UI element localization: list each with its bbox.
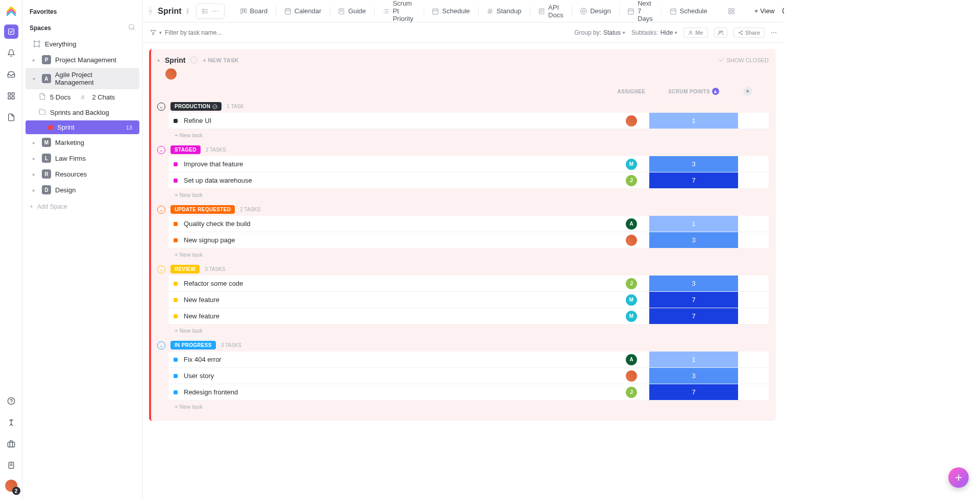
task-row[interactable]: Quality check the build A 1 (168, 216, 769, 232)
show-closed-button[interactable]: SHOW CLOSED (718, 57, 769, 63)
tab-options-icon[interactable]: ⋯ (212, 7, 219, 15)
subtasks-control[interactable]: Subtasks: Hide ▾ (631, 29, 677, 36)
info-icon[interactable]: i (190, 57, 198, 64)
task-row[interactable]: Redesign frontend J 7 (168, 384, 769, 401)
task-status-icon[interactable] (174, 374, 178, 378)
task-status-icon[interactable] (174, 390, 178, 394)
scrum-points-cell[interactable]: 7 (649, 172, 738, 188)
task-status-icon[interactable] (174, 298, 178, 302)
task-row[interactable]: Refactor some code J 3 (168, 276, 769, 292)
tab-grid[interactable] (723, 5, 740, 18)
status-pill[interactable]: STAGED (170, 145, 201, 154)
sidebar-list-sprint[interactable]: Sprint13 (26, 120, 139, 134)
clipboard-icon[interactable] (4, 458, 18, 472)
more-options-icon[interactable]: ⋯ (771, 29, 777, 36)
filter-control[interactable]: ▾ (150, 29, 257, 36)
task-row[interactable]: New feature M 7 (168, 308, 769, 325)
scrum-points-cell[interactable]: 3 (649, 232, 738, 248)
add-task-button[interactable]: + New task (157, 248, 769, 259)
tab-next-7-days[interactable]: Next 7 Days (622, 0, 658, 26)
filter-input[interactable] (165, 29, 257, 36)
list-owner-avatar[interactable] (165, 68, 177, 80)
docs-icon[interactable] (4, 110, 18, 124)
scrum-points-cell[interactable]: 7 (649, 292, 738, 308)
me-filter-button[interactable]: Me (683, 28, 707, 38)
new-task-button[interactable]: + NEW TASK (203, 57, 238, 63)
collapse-group-icon[interactable]: ⌄ (157, 341, 165, 350)
task-status-icon[interactable] (174, 314, 178, 318)
tab-board[interactable]: Board (235, 4, 273, 18)
assignee-avatar[interactable]: J (626, 278, 637, 289)
content-scroll[interactable]: ▾ Sprint i + NEW TASK SHOW CLOSED ASSIGN… (143, 43, 784, 499)
chevron-right-icon[interactable]: ▸ (33, 187, 38, 193)
dashboards-icon[interactable] (4, 89, 18, 103)
user-avatar[interactable]: 2 (5, 480, 17, 492)
task-status-icon[interactable] (174, 222, 178, 226)
column-assignee[interactable]: ASSIGNEE (614, 89, 649, 94)
assignee-avatar[interactable]: J (626, 387, 637, 398)
notifications-icon[interactable] (4, 46, 18, 60)
quick-create-fab[interactable]: + (948, 467, 969, 488)
collapse-group-icon[interactable]: ⌄ (157, 103, 165, 111)
column-scrum-points[interactable]: SCRUM POINTS ▲ (649, 88, 738, 95)
everything-nav[interactable]: Everything (26, 37, 139, 51)
task-status-icon[interactable] (174, 179, 178, 183)
task-row[interactable]: New signup page 3 (168, 232, 769, 248)
task-status-icon[interactable] (174, 358, 178, 362)
home-icon[interactable] (4, 24, 18, 39)
sidebar-space[interactable]: ▾ A Agile Project Management (26, 68, 139, 89)
assignee-avatar[interactable] (626, 115, 637, 127)
assignee-avatar[interactable]: J (626, 175, 637, 186)
sidebar-docs[interactable]: 5 Docs #2 Chats (26, 90, 139, 105)
scrum-points-cell[interactable]: 7 (649, 308, 738, 324)
sidebar-folder[interactable]: Sprints and Backlog (26, 105, 139, 120)
collapse-list-icon[interactable]: ▾ (157, 58, 160, 63)
add-space-button[interactable]: + Add Space (22, 198, 142, 215)
tab-design[interactable]: Design (575, 4, 616, 18)
task-row[interactable]: Set up data warehouse J 7 (168, 172, 769, 189)
sidebar-space[interactable]: ▸ R Resources (26, 166, 139, 182)
scrum-points-cell[interactable]: 3 (649, 276, 738, 291)
task-row[interactable]: Refine UI 1 (168, 113, 769, 129)
collapse-group-icon[interactable]: ⌄ (157, 146, 165, 154)
chevron-right-icon[interactable]: ▸ (33, 156, 38, 161)
task-status-icon[interactable] (174, 119, 178, 123)
chevron-right-icon[interactable]: ▸ (33, 140, 38, 145)
collapse-group-icon[interactable]: ⌄ (157, 206, 165, 214)
favorites-header[interactable]: Favorites (22, 4, 142, 19)
tab-schedule[interactable]: Schedule (665, 4, 713, 18)
add-view-button[interactable]: + View (750, 5, 779, 17)
assignee-avatar[interactable]: A (626, 218, 637, 230)
task-row[interactable]: New feature M 7 (168, 292, 769, 308)
search-icon[interactable] (781, 6, 784, 16)
task-row[interactable]: User story 3 (168, 368, 769, 384)
status-pill[interactable]: IN PROGRESS (170, 341, 216, 350)
task-row[interactable]: Fix 404 error A 1 (168, 352, 769, 368)
task-row[interactable]: Improve that feature M 3 (168, 156, 769, 172)
tab-list[interactable]: ⋯ (196, 4, 225, 19)
status-pill[interactable]: REVIEW (170, 265, 200, 273)
task-status-icon[interactable] (174, 162, 178, 166)
task-status-icon[interactable] (174, 282, 178, 286)
scrum-points-cell[interactable]: 1 (649, 216, 738, 232)
share-button[interactable]: Share (733, 28, 765, 38)
scrum-points-cell[interactable]: 3 (649, 368, 738, 384)
apps-icon[interactable] (4, 437, 18, 451)
scrum-points-cell[interactable]: 7 (649, 384, 738, 400)
goals-icon[interactable] (4, 415, 18, 430)
sidebar-space[interactable]: ▸ P Project Management (26, 52, 139, 67)
tab-standup[interactable]: Standup (481, 4, 526, 18)
inbox-icon[interactable] (4, 67, 18, 82)
assignee-avatar[interactable]: M (626, 294, 637, 306)
assignees-filter-button[interactable] (714, 28, 727, 38)
sidebar-space[interactable]: ▸ M Marketing (26, 135, 139, 150)
chevron-right-icon[interactable]: ▸ (33, 171, 38, 177)
scrum-points-cell[interactable]: 1 (649, 113, 738, 129)
help-icon[interactable] (4, 394, 18, 408)
add-task-button[interactable]: + New task (157, 325, 769, 335)
status-pill[interactable]: UPDATE REQUESTED (170, 205, 235, 214)
tab-guide[interactable]: Guide (333, 4, 371, 18)
chevron-right-icon[interactable]: ▸ (33, 57, 38, 63)
scrum-points-cell[interactable]: 1 (649, 352, 738, 367)
add-column-button[interactable]: + (743, 87, 752, 96)
